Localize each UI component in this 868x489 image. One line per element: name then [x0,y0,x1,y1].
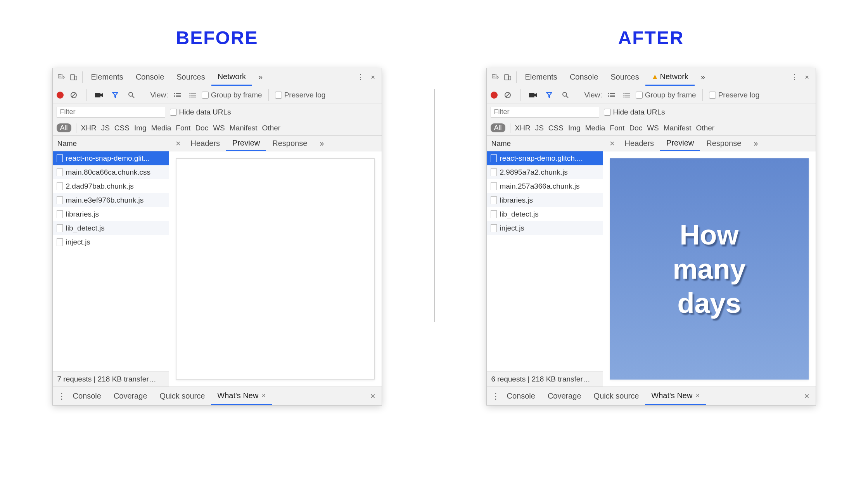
search-icon[interactable] [559,89,572,101]
tab-sources[interactable]: Sources [170,68,211,86]
detail-tab-preview[interactable]: Preview [226,136,266,151]
filter-type-doc[interactable]: Doc [195,124,208,132]
tab-elements[interactable]: Elements [85,68,130,86]
drawer-tab-coverage[interactable]: Coverage [107,387,154,405]
hide-data-urls-checkbox[interactable]: Hide data URLs [170,108,231,116]
name-column-header[interactable]: Name [53,136,169,151]
record-icon[interactable] [57,92,64,99]
close-icon[interactable]: × [172,139,185,149]
filter-type-css[interactable]: CSS [114,124,130,132]
filter-type-xhr[interactable]: XHR [81,124,97,132]
detail-tab-response[interactable]: Response [700,136,747,151]
close-icon[interactable]: × [801,71,813,83]
kebab-icon[interactable]: ⋮ [354,71,367,83]
filter-type-css[interactable]: CSS [548,124,564,132]
detail-tabs-overflow[interactable]: » [747,136,764,151]
drawer-tab-coverage[interactable]: Coverage [541,387,588,405]
screenshot-icon[interactable] [527,89,539,101]
filter-input[interactable] [57,107,165,118]
request-row[interactable]: main.80ca66ca.chunk.css [53,165,169,179]
tab-console[interactable]: Console [564,68,604,86]
request-row[interactable]: react-no-snap-demo.glit... [53,151,169,165]
request-row[interactable]: main.e3ef976b.chunk.js [53,193,169,207]
tab-console[interactable]: Console [130,68,170,86]
drawer-tab-what-s-new[interactable]: What's New× [211,387,272,405]
request-row[interactable]: inject.js [487,221,603,235]
preserve-log-checkbox[interactable]: Preserve log [709,91,760,99]
tab-sources[interactable]: Sources [604,68,645,86]
request-row[interactable]: 2.9895a7a2.chunk.js [487,165,603,179]
tab-elements[interactable]: Elements [519,68,564,86]
detail-tab-headers[interactable]: Headers [619,136,661,151]
device-toggle-icon[interactable] [67,71,80,83]
search-icon[interactable] [125,89,138,101]
hide-data-urls-checkbox[interactable]: Hide data URLs [604,108,665,116]
drawer-tab-what-s-new[interactable]: What's New× [645,387,706,405]
tab-network[interactable]: ▲Network [645,68,695,86]
filter-type-all[interactable]: All [491,123,505,132]
small-rows-icon[interactable] [621,91,632,99]
drawer-tab-quick-source[interactable]: Quick source [154,387,211,405]
filter-input[interactable] [491,107,599,118]
preserve-log-checkbox[interactable]: Preserve log [275,91,326,99]
detail-tab-preview[interactable]: Preview [660,136,700,151]
device-toggle-icon[interactable] [501,71,514,83]
request-row[interactable]: main.257a366a.chunk.js [487,179,603,193]
close-icon[interactable]: × [261,392,266,400]
kebab-icon[interactable]: ⋮ [491,391,501,401]
tab-network[interactable]: Network [211,68,252,86]
tabs-overflow[interactable]: » [252,68,269,86]
filter-type-img[interactable]: Img [134,124,147,132]
detail-tab-response[interactable]: Response [266,136,313,151]
filter-type-doc[interactable]: Doc [629,124,642,132]
large-rows-icon[interactable] [606,91,617,99]
detail-tab-headers[interactable]: Headers [185,136,227,151]
drawer-tab-console[interactable]: Console [501,387,541,405]
request-row[interactable]: libraries.js [53,207,169,221]
screenshot-icon[interactable] [93,89,105,101]
filter-type-all[interactable]: All [57,123,71,132]
large-rows-icon[interactable] [172,91,183,99]
filter-type-font[interactable]: Font [610,124,624,132]
close-icon[interactable]: × [368,391,378,401]
close-icon[interactable]: × [695,392,700,400]
detail-tabs-overflow[interactable]: » [313,136,330,151]
request-row[interactable]: 2.dad97bab.chunk.js [53,179,169,193]
drawer-tab-quick-source[interactable]: Quick source [588,387,645,405]
kebab-icon[interactable]: ⋮ [788,71,801,83]
tabs-overflow[interactable]: » [695,68,711,86]
filter-type-other[interactable]: Other [262,124,281,132]
filter-type-ws[interactable]: WS [647,124,659,132]
kebab-icon[interactable]: ⋮ [57,391,67,401]
close-icon[interactable]: × [367,71,379,83]
filter-type-other[interactable]: Other [696,124,715,132]
request-row[interactable]: libraries.js [487,193,603,207]
filter-type-ws[interactable]: WS [213,124,225,132]
clear-icon[interactable] [67,89,80,101]
filter-type-manifest[interactable]: Manifest [664,124,692,132]
close-icon[interactable]: × [606,139,619,149]
filter-type-font[interactable]: Font [176,124,190,132]
request-row[interactable]: inject.js [53,235,169,249]
close-icon[interactable]: × [802,391,812,401]
drawer-tab-console[interactable]: Console [67,387,107,405]
request-row[interactable]: react-snap-demo.glitch.... [487,151,603,165]
name-column-header[interactable]: Name [487,136,603,151]
group-by-frame-checkbox[interactable]: Group by frame [636,91,696,99]
filter-type-media[interactable]: Media [151,124,171,132]
filter-type-media[interactable]: Media [585,124,605,132]
filter-icon[interactable] [543,89,555,101]
clear-icon[interactable] [501,89,514,101]
inspect-icon[interactable] [489,71,501,83]
filter-type-js[interactable]: JS [535,124,544,132]
request-row[interactable]: lib_detect.js [53,221,169,235]
filter-type-xhr[interactable]: XHR [515,124,531,132]
request-row[interactable]: lib_detect.js [487,207,603,221]
filter-type-js[interactable]: JS [101,124,110,132]
filter-icon[interactable] [109,89,121,101]
filter-type-manifest[interactable]: Manifest [230,124,258,132]
small-rows-icon[interactable] [187,91,198,99]
inspect-icon[interactable] [55,71,67,83]
group-by-frame-checkbox[interactable]: Group by frame [202,91,262,99]
record-icon[interactable] [491,92,498,99]
